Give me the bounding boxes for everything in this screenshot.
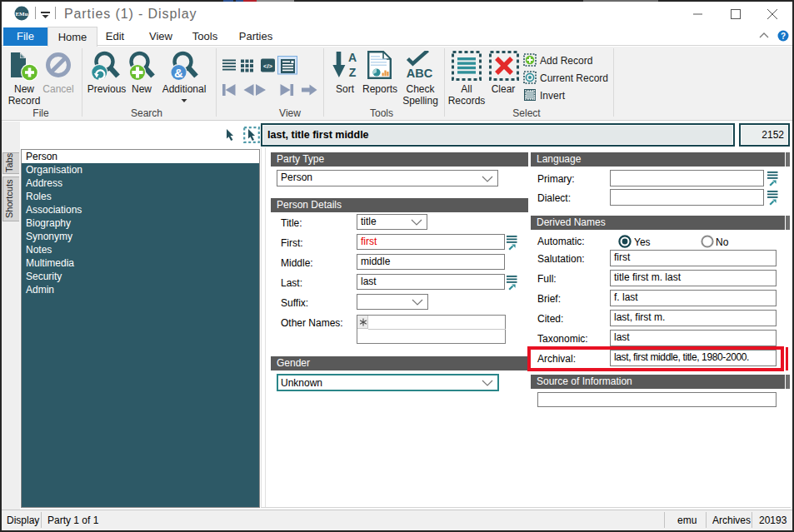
- svg-text:&: &: [174, 66, 183, 80]
- svg-text:?: ?: [781, 32, 786, 41]
- svg-text:ABC: ABC: [407, 67, 433, 80]
- svg-text:Z: Z: [349, 66, 357, 79]
- svg-text:</>: </>: [263, 62, 272, 70]
- svg-text:EMu: EMu: [15, 11, 27, 17]
- svg-text:A: A: [348, 51, 357, 64]
